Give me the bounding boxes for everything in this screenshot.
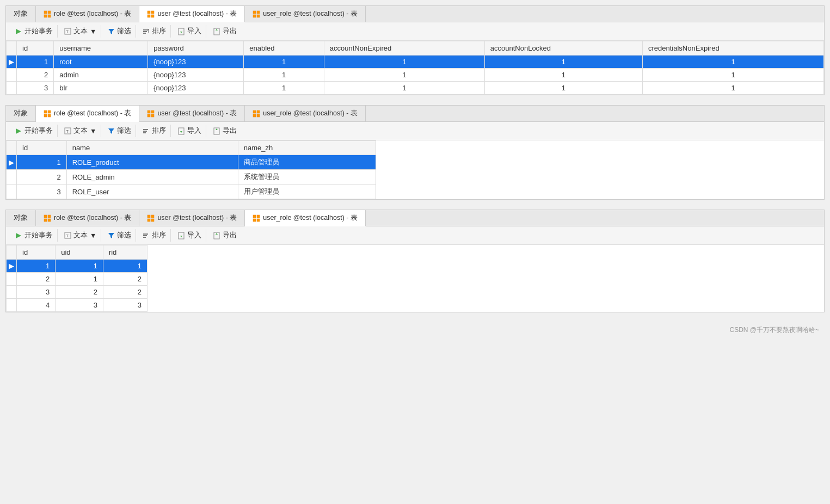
tab-user-2-label: user @test (localhost) - 表: [157, 109, 237, 118]
text-icon-3: T: [64, 232, 71, 239]
export-btn-1[interactable]: 导出: [208, 25, 241, 38]
import-btn-3[interactable]: 导入: [173, 229, 206, 242]
role-toolbar: 开始事务 T 文本 ▼ 筛选 排序 导入 导出: [6, 122, 824, 140]
user-role-table-icon-2: [253, 110, 260, 118]
row-arrow: ▶: [7, 260, 17, 273]
text-icon-1: T: [64, 28, 71, 35]
export-btn-2[interactable]: 导出: [208, 125, 241, 137]
sort-btn-3[interactable]: 排序: [138, 229, 171, 242]
tab-object-3[interactable]: 对象: [6, 210, 36, 226]
tab-role-2[interactable]: role @test (localhost) - 表: [36, 106, 139, 122]
tab-user-3[interactable]: user @test (localhost) - 表: [139, 210, 245, 226]
tab-user-role-1[interactable]: user_role @test (localhost) - 表: [245, 6, 366, 22]
svg-rect-52: [147, 219, 150, 222]
table-row[interactable]: 2 admin {noop}123 1 1 1 1: [7, 69, 824, 82]
tab-user-role-3[interactable]: user_role @test (localhost) - 表: [245, 210, 366, 226]
tab-role-3-label: role @test (localhost) - 表: [54, 213, 131, 223]
text-icon-2: T: [64, 127, 71, 134]
tab-role-3[interactable]: role @test (localhost) - 表: [36, 210, 139, 226]
svg-rect-6: [147, 15, 150, 17]
table-row[interactable]: ▶ 1 ROLE_product 商品管理员: [7, 155, 376, 170]
text-btn-2[interactable]: T 文本 ▼: [60, 125, 101, 137]
cell-name: ROLE_admin: [66, 170, 238, 185]
cell-id: 2: [17, 170, 67, 185]
user-role-table-panel: 对象 role @test (localhost) - 表 user @test…: [5, 210, 825, 312]
begin-tx-btn-2[interactable]: 开始事务: [10, 125, 58, 137]
svg-rect-30: [151, 114, 154, 117]
svg-rect-34: [257, 114, 260, 117]
user-role-table-icon-1: [253, 10, 260, 18]
col-password: password: [148, 41, 244, 56]
tab-user-1[interactable]: user @test (localhost) - 表: [139, 6, 245, 22]
import-btn-1[interactable]: 导入: [173, 25, 206, 38]
text-dropdown-arrow-2[interactable]: ▼: [90, 127, 96, 135]
user-table-panel: 对象 role @test (localhost) - 表: [5, 5, 825, 95]
cell-account-non-locked: 1: [484, 82, 642, 95]
table-row[interactable]: ▶ 1 root {noop}123 1 1 1 1: [7, 56, 824, 69]
tab-user-2[interactable]: user @test (localhost) - 表: [139, 106, 245, 121]
svg-rect-27: [147, 110, 150, 113]
cell-rid: 3: [103, 299, 147, 312]
svg-rect-51: [151, 215, 154, 218]
tab-role-1[interactable]: role @test (localhost) - 表: [36, 6, 139, 22]
svg-marker-20: [180, 32, 182, 33]
col-uid-user-role: uid: [56, 245, 103, 260]
svg-rect-2: [44, 15, 47, 17]
cell-rid: 2: [103, 273, 147, 286]
svg-rect-4: [147, 11, 150, 14]
tab-object-3-label: 对象: [14, 213, 28, 223]
table-row[interactable]: 4 3 3: [7, 299, 147, 312]
begin-tx-icon-3: [15, 232, 22, 239]
filter-btn-3[interactable]: 筛选: [103, 229, 136, 242]
role-data-table: id name name_zh ▶ 1 ROLE_product 商品管理员 2…: [6, 140, 376, 199]
role-table-icon-3: [44, 214, 51, 222]
svg-rect-50: [147, 215, 150, 218]
sort-btn-1[interactable]: 排序: [138, 25, 171, 38]
text-btn-3[interactable]: T 文本 ▼: [60, 229, 101, 242]
cell-id: 4: [17, 299, 56, 312]
svg-rect-8: [253, 11, 256, 14]
svg-marker-58: [16, 233, 21, 238]
svg-rect-0: [44, 11, 47, 14]
tab-role-1-label: role @test (localhost) - 表: [54, 9, 131, 19]
svg-rect-10: [253, 15, 256, 17]
table-row[interactable]: 2 1 2: [7, 273, 147, 286]
user-role-table-icon-3: [253, 214, 260, 222]
cell-name-zh: 系统管理员: [238, 170, 376, 185]
svg-marker-68: [216, 233, 218, 235]
col-id-user-role: id: [17, 245, 56, 260]
table-row[interactable]: 3 ROLE_user 用户管理员: [7, 185, 376, 199]
svg-marker-15: [108, 29, 114, 34]
cell-id: 1: [17, 155, 67, 170]
tab-object-2[interactable]: 对象: [6, 106, 36, 121]
table-row[interactable]: 3 blr {noop}123 1 1 1 1: [7, 82, 824, 95]
tab-user-role-2[interactable]: user_role @test (localhost) - 表: [245, 106, 366, 121]
filter-btn-2[interactable]: 筛选: [103, 125, 136, 137]
import-btn-2[interactable]: 导入: [173, 125, 206, 137]
tab-object-1[interactable]: 对象: [6, 6, 36, 22]
text-dropdown-arrow[interactable]: ▼: [90, 28, 96, 35]
user-table-icon-1: [147, 10, 155, 18]
svg-rect-28: [151, 110, 154, 113]
user-role-panel-tabs: 对象 role @test (localhost) - 表 user @test…: [6, 210, 824, 226]
user-data-table: id username password enabled accountNonE…: [6, 41, 824, 95]
sort-icon-2: [143, 127, 150, 134]
cell-username: admin: [54, 69, 148, 82]
row-arrow: ▶: [7, 155, 17, 170]
export-btn-3[interactable]: 导出: [208, 229, 241, 242]
filter-btn-1[interactable]: 筛选: [103, 25, 136, 38]
begin-tx-btn-3[interactable]: 开始事务: [10, 229, 58, 242]
svg-marker-66: [180, 236, 182, 237]
sort-btn-2[interactable]: 排序: [138, 125, 171, 137]
col-credentials-non-expired: credentialsNonExpired: [643, 41, 824, 56]
table-row[interactable]: 2 ROLE_admin 系统管理员: [7, 170, 376, 185]
user-toolbar-1: 开始事务 T 文本 ▼ 筛选 排序 导入: [6, 22, 824, 41]
role-table-panel: 对象 role @test (localhost) - 表 user @test…: [5, 105, 825, 200]
text-dropdown-arrow-3[interactable]: ▼: [90, 232, 96, 239]
table-row[interactable]: ▶ 1 1 1: [7, 260, 147, 273]
text-btn-1[interactable]: T 文本 ▼: [60, 25, 101, 38]
svg-rect-1: [48, 11, 51, 14]
begin-tx-btn-1[interactable]: 开始事务: [10, 25, 58, 38]
table-row[interactable]: 3 2 2: [7, 286, 147, 299]
filter-icon-3: [108, 232, 115, 239]
